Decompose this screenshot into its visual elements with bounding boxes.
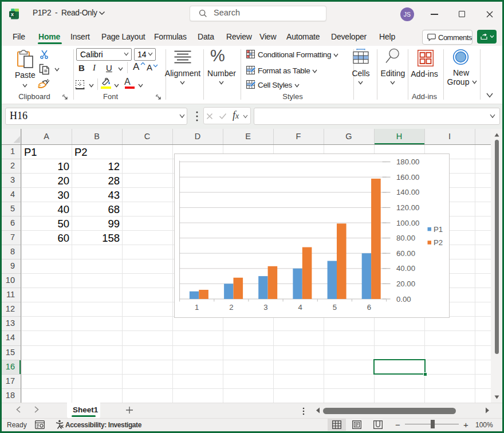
svg-text:P1: P1 [434,225,443,234]
svg-text:180.00: 180.00 [396,158,419,166]
svg-text:3: 3 [263,303,267,312]
svg-text:6: 6 [367,303,371,312]
svg-text:100.00: 100.00 [396,219,419,227]
svg-text:20.00: 20.00 [396,280,415,288]
svg-text:P2: P2 [434,238,443,247]
svg-text:4: 4 [298,303,302,312]
svg-text:2: 2 [229,303,233,312]
svg-text:160.00: 160.00 [396,173,419,182]
svg-text:0.00: 0.00 [396,295,411,304]
svg-text:40.00: 40.00 [396,264,415,273]
svg-text:x: x [11,11,14,17]
svg-text:60.00: 60.00 [396,249,415,258]
svg-text:1: 1 [195,303,199,312]
svg-text:140.00: 140.00 [396,188,419,196]
svg-text:5: 5 [333,303,337,312]
svg-text:120.00: 120.00 [396,203,419,212]
svg-text:80.00: 80.00 [396,234,415,242]
